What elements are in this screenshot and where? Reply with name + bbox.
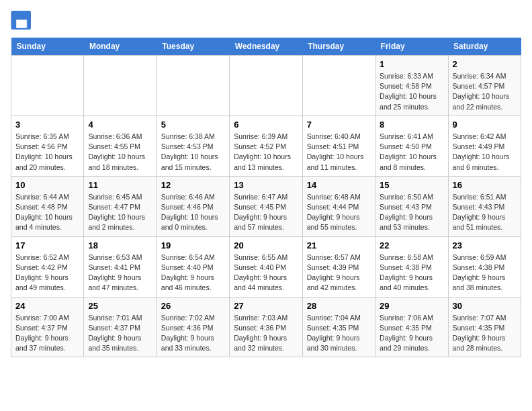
day-number: 17 xyxy=(15,240,79,250)
day-number: 7 xyxy=(307,120,371,130)
day-cell: 29Sunrise: 7:06 AM Sunset: 4:35 PM Dayli… xyxy=(375,297,448,357)
day-number: 21 xyxy=(307,240,371,250)
day-cell: 6Sunrise: 6:39 AM Sunset: 4:52 PM Daylig… xyxy=(230,116,302,176)
day-info: Sunrise: 6:53 AM Sunset: 4:41 PM Dayligh… xyxy=(88,253,152,293)
day-cell: 21Sunrise: 6:57 AM Sunset: 4:39 PM Dayli… xyxy=(302,236,375,297)
day-cell: 8Sunrise: 6:41 AM Sunset: 4:50 PM Daylig… xyxy=(375,116,448,176)
day-info: Sunrise: 7:00 AM Sunset: 4:37 PM Dayligh… xyxy=(15,313,79,354)
day-cell: 3Sunrise: 6:35 AM Sunset: 4:56 PM Daylig… xyxy=(11,116,84,176)
week-row-2: 3Sunrise: 6:35 AM Sunset: 4:56 PM Daylig… xyxy=(11,116,521,176)
day-cell: 30Sunrise: 7:07 AM Sunset: 4:35 PM Dayli… xyxy=(448,297,521,357)
day-cell: 1Sunrise: 6:33 AM Sunset: 4:58 PM Daylig… xyxy=(375,56,448,116)
day-cell: 7Sunrise: 6:40 AM Sunset: 4:51 PM Daylig… xyxy=(302,116,375,176)
day-info: Sunrise: 6:46 AM Sunset: 4:46 PM Dayligh… xyxy=(161,192,225,233)
day-cell: 13Sunrise: 6:47 AM Sunset: 4:45 PM Dayli… xyxy=(230,176,302,236)
week-row-1: 1Sunrise: 6:33 AM Sunset: 4:58 PM Daylig… xyxy=(11,56,521,116)
day-info: Sunrise: 6:33 AM Sunset: 4:58 PM Dayligh… xyxy=(380,71,443,112)
day-cell: 18Sunrise: 6:53 AM Sunset: 4:41 PM Dayli… xyxy=(84,236,157,297)
day-cell: 22Sunrise: 6:58 AM Sunset: 4:38 PM Dayli… xyxy=(375,236,448,297)
day-cell: 9Sunrise: 6:42 AM Sunset: 4:49 PM Daylig… xyxy=(448,116,521,176)
day-number: 20 xyxy=(234,240,298,250)
day-number: 3 xyxy=(15,120,79,130)
day-number: 28 xyxy=(307,301,371,311)
day-number: 8 xyxy=(380,120,443,130)
day-info: Sunrise: 6:50 AM Sunset: 4:43 PM Dayligh… xyxy=(380,192,443,233)
day-number: 19 xyxy=(161,240,225,250)
day-cell: 20Sunrise: 6:55 AM Sunset: 4:40 PM Dayli… xyxy=(230,236,302,297)
day-cell: 27Sunrise: 7:03 AM Sunset: 4:36 PM Dayli… xyxy=(230,297,302,357)
day-cell: 19Sunrise: 6:54 AM Sunset: 4:40 PM Dayli… xyxy=(157,236,229,297)
day-cell: 11Sunrise: 6:45 AM Sunset: 4:47 PM Dayli… xyxy=(84,176,157,236)
day-cell xyxy=(157,56,229,116)
weekday-header-wednesday: Wednesday xyxy=(230,38,302,56)
day-cell xyxy=(230,56,302,116)
day-cell xyxy=(302,56,375,116)
day-info: Sunrise: 6:40 AM Sunset: 4:51 PM Dayligh… xyxy=(307,132,371,173)
weekday-header-tuesday: Tuesday xyxy=(157,38,229,56)
day-info: Sunrise: 7:03 AM Sunset: 4:36 PM Dayligh… xyxy=(234,313,298,354)
day-info: Sunrise: 7:04 AM Sunset: 4:35 PM Dayligh… xyxy=(307,313,371,354)
header xyxy=(11,11,521,30)
day-info: Sunrise: 6:41 AM Sunset: 4:50 PM Dayligh… xyxy=(380,132,443,173)
logo-icon xyxy=(11,11,32,30)
day-cell: 2Sunrise: 6:34 AM Sunset: 4:57 PM Daylig… xyxy=(448,56,521,116)
day-cell: 24Sunrise: 7:00 AM Sunset: 4:37 PM Dayli… xyxy=(11,297,84,357)
weekday-header-saturday: Saturday xyxy=(448,38,521,56)
day-info: Sunrise: 6:39 AM Sunset: 4:52 PM Dayligh… xyxy=(234,132,298,173)
day-number: 4 xyxy=(88,120,152,130)
day-info: Sunrise: 6:44 AM Sunset: 4:48 PM Dayligh… xyxy=(15,192,79,233)
day-cell xyxy=(84,56,157,116)
day-info: Sunrise: 6:52 AM Sunset: 4:42 PM Dayligh… xyxy=(15,253,79,293)
day-number: 11 xyxy=(88,180,152,190)
day-cell: 15Sunrise: 6:50 AM Sunset: 4:43 PM Dayli… xyxy=(375,176,448,236)
week-row-4: 17Sunrise: 6:52 AM Sunset: 4:42 PM Dayli… xyxy=(11,236,521,297)
day-number: 5 xyxy=(161,120,225,130)
day-cell xyxy=(11,56,84,116)
day-number: 13 xyxy=(234,180,298,190)
day-number: 2 xyxy=(453,59,517,69)
day-info: Sunrise: 6:42 AM Sunset: 4:49 PM Dayligh… xyxy=(453,132,517,173)
day-info: Sunrise: 6:57 AM Sunset: 4:39 PM Dayligh… xyxy=(307,253,371,293)
day-cell: 5Sunrise: 6:38 AM Sunset: 4:53 PM Daylig… xyxy=(157,116,229,176)
calendar-table: SundayMondayTuesdayWednesdayThursdayFrid… xyxy=(11,38,521,357)
day-number: 18 xyxy=(88,240,152,250)
day-info: Sunrise: 6:36 AM Sunset: 4:55 PM Dayligh… xyxy=(88,132,152,173)
logo xyxy=(11,11,35,30)
day-cell: 10Sunrise: 6:44 AM Sunset: 4:48 PM Dayli… xyxy=(11,176,84,236)
day-number: 22 xyxy=(380,240,443,250)
day-info: Sunrise: 6:55 AM Sunset: 4:40 PM Dayligh… xyxy=(234,253,298,293)
day-info: Sunrise: 6:58 AM Sunset: 4:38 PM Dayligh… xyxy=(380,253,443,293)
week-row-3: 10Sunrise: 6:44 AM Sunset: 4:48 PM Dayli… xyxy=(11,176,521,236)
day-info: Sunrise: 7:01 AM Sunset: 4:37 PM Dayligh… xyxy=(88,313,152,354)
weekday-header-sunday: Sunday xyxy=(11,38,84,56)
day-cell: 25Sunrise: 7:01 AM Sunset: 4:37 PM Dayli… xyxy=(84,297,157,357)
day-info: Sunrise: 6:51 AM Sunset: 4:43 PM Dayligh… xyxy=(453,192,517,233)
day-number: 23 xyxy=(453,240,517,250)
day-info: Sunrise: 6:54 AM Sunset: 4:40 PM Dayligh… xyxy=(161,253,225,293)
day-number: 27 xyxy=(234,301,298,311)
day-number: 24 xyxy=(15,301,79,311)
svg-rect-3 xyxy=(16,19,27,28)
day-number: 26 xyxy=(161,301,225,311)
day-info: Sunrise: 6:59 AM Sunset: 4:38 PM Dayligh… xyxy=(453,253,517,293)
day-number: 30 xyxy=(453,301,517,311)
day-cell: 16Sunrise: 6:51 AM Sunset: 4:43 PM Dayli… xyxy=(448,176,521,236)
day-cell: 26Sunrise: 7:02 AM Sunset: 4:36 PM Dayli… xyxy=(157,297,229,357)
day-number: 9 xyxy=(453,120,517,130)
day-cell: 12Sunrise: 6:46 AM Sunset: 4:46 PM Dayli… xyxy=(157,176,229,236)
day-info: Sunrise: 6:45 AM Sunset: 4:47 PM Dayligh… xyxy=(88,192,152,233)
day-info: Sunrise: 6:48 AM Sunset: 4:44 PM Dayligh… xyxy=(307,192,371,233)
day-cell: 17Sunrise: 6:52 AM Sunset: 4:42 PM Dayli… xyxy=(11,236,84,297)
week-row-5: 24Sunrise: 7:00 AM Sunset: 4:37 PM Dayli… xyxy=(11,297,521,357)
day-info: Sunrise: 7:02 AM Sunset: 4:36 PM Dayligh… xyxy=(161,313,225,354)
day-cell: 4Sunrise: 6:36 AM Sunset: 4:55 PM Daylig… xyxy=(84,116,157,176)
day-number: 14 xyxy=(307,180,371,190)
day-info: Sunrise: 6:47 AM Sunset: 4:45 PM Dayligh… xyxy=(234,192,298,233)
day-info: Sunrise: 7:07 AM Sunset: 4:35 PM Dayligh… xyxy=(453,313,517,354)
day-info: Sunrise: 7:06 AM Sunset: 4:35 PM Dayligh… xyxy=(380,313,443,354)
day-number: 15 xyxy=(380,180,443,190)
day-number: 6 xyxy=(234,120,298,130)
day-number: 29 xyxy=(380,301,443,311)
weekday-header-row: SundayMondayTuesdayWednesdayThursdayFrid… xyxy=(11,38,521,56)
day-number: 25 xyxy=(88,301,152,311)
